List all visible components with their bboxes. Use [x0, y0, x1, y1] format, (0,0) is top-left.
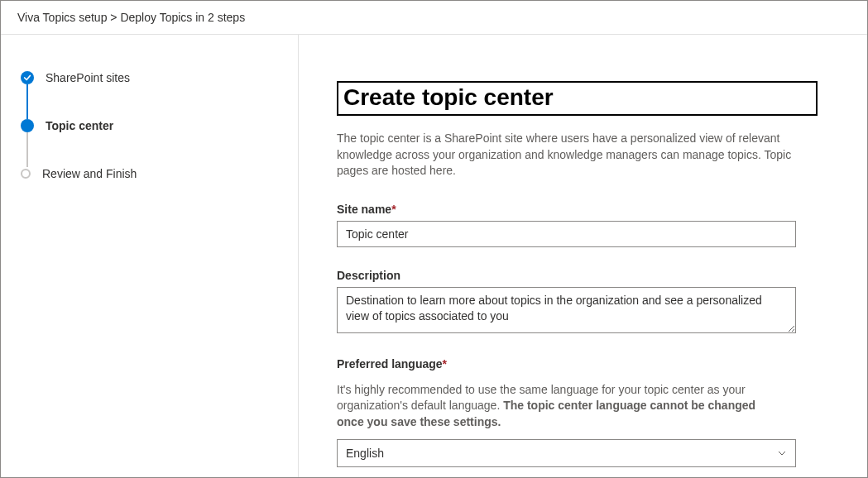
main-panel: Create topic center The topic center is … [299, 35, 867, 477]
checkmark-icon [21, 71, 34, 84]
page-title-box: Create topic center [337, 81, 818, 116]
breadcrumb-current: Deploy Topics in 2 steps [120, 11, 245, 24]
site-name-input[interactable] [337, 221, 796, 247]
chevron-down-icon [777, 448, 787, 458]
step-connector [26, 132, 28, 167]
content-area: SharePoint sites Topic center Review and… [1, 35, 867, 477]
steps-sidebar: SharePoint sites Topic center Review and… [1, 35, 299, 477]
description-field: Description Destination to learn more ab… [337, 269, 796, 336]
breadcrumb: Viva Topics setup > Deploy Topics in 2 s… [1, 1, 867, 35]
page-intro: The topic center is a SharePoint site wh… [337, 131, 818, 179]
step-sharepoint-sites[interactable]: SharePoint sites [21, 71, 278, 84]
description-label: Description [337, 269, 796, 282]
pending-step-icon [21, 169, 31, 179]
language-helper: It's highly recommended to use the same … [337, 382, 784, 431]
label-text: Preferred language [337, 357, 443, 370]
label-text: Site name [337, 203, 391, 216]
description-textarea[interactable]: Destination to learn more about topics i… [337, 287, 796, 333]
current-step-icon [21, 119, 34, 132]
page-title: Create topic center [343, 84, 811, 111]
site-name-label: Site name* [337, 203, 796, 216]
language-select[interactable]: English [337, 439, 796, 467]
language-selected-value: English [346, 447, 384, 460]
step-topic-center[interactable]: Topic center [21, 119, 278, 132]
setup-window: Viva Topics setup > Deploy Topics in 2 s… [0, 0, 868, 478]
language-label: Preferred language* [337, 357, 796, 370]
breadcrumb-separator: > [110, 11, 117, 24]
required-asterisk: * [391, 203, 396, 216]
step-label: Topic center [46, 119, 113, 132]
step-label: SharePoint sites [46, 71, 130, 84]
step-label: Review and Finish [42, 167, 137, 180]
language-field: Preferred language* It's highly recommen… [337, 357, 796, 467]
breadcrumb-parent[interactable]: Viva Topics setup [17, 11, 107, 24]
required-asterisk: * [443, 357, 447, 370]
site-name-field: Site name* [337, 203, 796, 247]
step-connector [26, 84, 28, 119]
step-review-finish[interactable]: Review and Finish [21, 167, 278, 180]
